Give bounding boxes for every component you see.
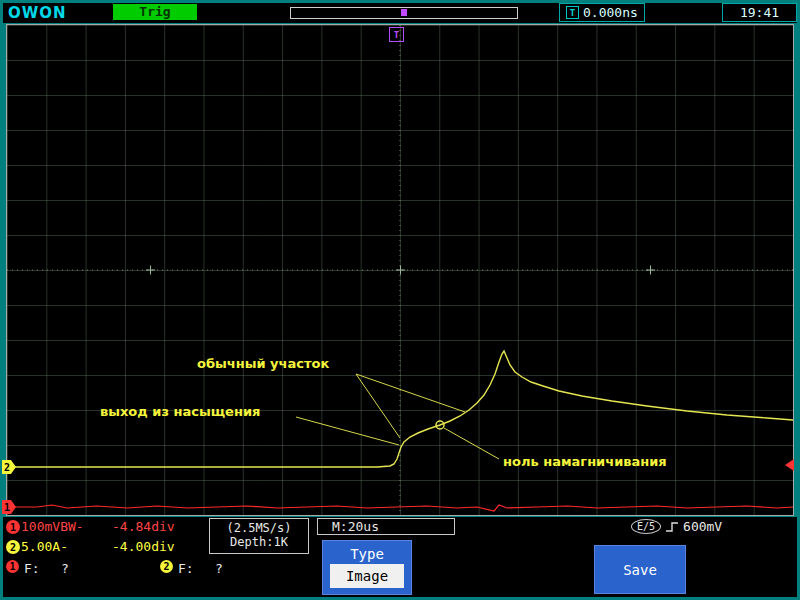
ch2-position: -4.00div [112,539,175,554]
save-button-label: Save [623,562,657,578]
ch1-badge: 1 [6,520,20,534]
trigger-level-value: 600mV [683,519,722,534]
trigger-readout: E/5 600mV [631,519,722,534]
trigger-status-badge: Trig [113,4,197,20]
annotation-leader-line [296,417,399,445]
ch1-freq-value: ? [61,561,69,576]
ch1-freq-label: F: [24,561,40,576]
ch1-badge-freq: 1 [6,560,19,573]
save-button[interactable]: Save [594,545,686,594]
annotation-leader-line [356,374,400,438]
annotation-leader-line [356,374,465,412]
trigger-point-marker: T [389,27,404,42]
ch2-freq-value: ? [215,561,223,576]
ch2-scale: 5.00A- [21,539,68,554]
trigger-time-box: T 0.000ns [559,3,645,22]
type-menu-button[interactable]: Type Image [322,540,412,595]
trigger-position-marker [401,9,407,16]
timebase-box: M:20us [317,518,455,535]
type-menu-label: Type [323,546,411,562]
type-menu-value[interactable]: Image [330,564,404,588]
ch1-position: -4.84div [112,519,175,534]
acquisition-box: (2.5MS/s) Depth:1K [209,518,309,554]
status-bar: 1 100mVBW- -4.84div 2 5.00A- -4.00div (2… [3,517,797,597]
rising-edge-icon [665,520,679,534]
annotation-normal-region: обычный участок [197,356,329,371]
memory-depth: Depth:1K [210,535,308,549]
ch2-badge: 2 [6,540,20,554]
trigger-key-label: E/5 [631,519,661,534]
ch2-freq-label: F: [178,561,194,576]
clock-value: 19:41 [740,5,779,20]
annotation-leader-line [444,428,499,459]
waveform-canvas [7,25,793,515]
brand-logo: OWON [8,4,67,22]
trigger-t-icon: T [566,6,579,19]
ch2-badge-freq: 2 [160,560,173,573]
timebase-value: M:20us [332,519,379,534]
trigger-time-value: 0.000ns [583,5,638,20]
waveform-display: обычный участок выход из насыщения ноль … [6,24,794,516]
clock: 19:41 [722,3,797,22]
trigger-position-bar [290,7,518,19]
top-bar: OWON Trig T 0.000ns 19:41 [3,3,797,23]
sample-rate: (2.5MS/s) [210,521,308,535]
annotation-zero-magnetization: ноль намагничивания [503,454,667,469]
ch1-scale: 100mVBW- [21,519,84,534]
annotation-saturation-exit: выход из насыщения [100,404,260,419]
